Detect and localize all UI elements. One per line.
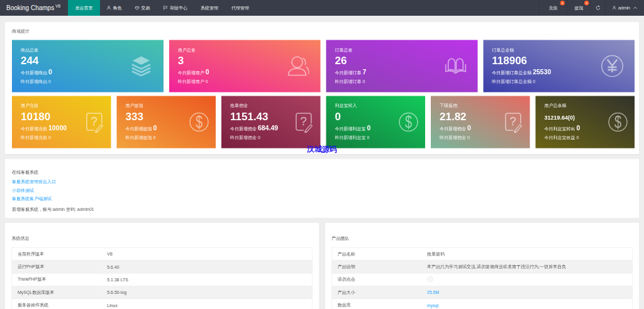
svg-text:$: $ [405, 113, 412, 132]
svg-text:?: ? [300, 115, 307, 128]
svg-text:?: ? [91, 115, 97, 128]
svg-text:?: ? [509, 115, 516, 128]
svg-text:$: $ [196, 113, 203, 132]
svg-text:$: $ [614, 113, 621, 132]
